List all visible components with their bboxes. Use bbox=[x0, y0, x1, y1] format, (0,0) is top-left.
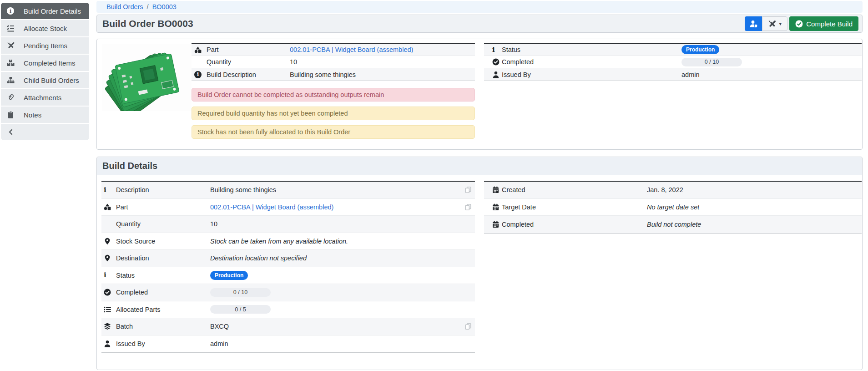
sidebar-collapse-button[interactable] bbox=[1, 124, 89, 140]
table-row-build-description: i Build Description Building some thingi… bbox=[192, 68, 475, 81]
row-value: 10 bbox=[210, 220, 217, 228]
copy-icon[interactable] bbox=[465, 187, 471, 193]
row-label: Allocated Parts bbox=[116, 306, 210, 313]
alert-text: Required build quantity has not yet been… bbox=[197, 110, 348, 117]
table-row-completed: Completed 0 / 10 bbox=[484, 56, 862, 68]
sidebar-item-attachments[interactable]: Attachments bbox=[1, 89, 89, 106]
sidebar-item-label: Build Order Details bbox=[24, 7, 81, 15]
row-label: Stock Source bbox=[116, 238, 210, 245]
sidebar-item-label: Notes bbox=[24, 111, 41, 119]
status-badge: Production bbox=[681, 45, 719, 54]
detail-row-status: i Status Production bbox=[101, 267, 475, 285]
build-actions-dropdown[interactable]: ▾ bbox=[762, 16, 787, 31]
row-label: Completed bbox=[502, 58, 681, 66]
part-image[interactable] bbox=[102, 44, 192, 111]
sidebar-item-label: Attachments bbox=[24, 94, 61, 102]
info-circle-icon: i bbox=[7, 7, 20, 15]
alert-text: Build Order cannot be completed as outst… bbox=[197, 91, 384, 98]
detail-row-issued-by: Issued By admin bbox=[101, 335, 475, 353]
detail-row-target-date: Target Date No target date set bbox=[484, 199, 862, 216]
row-value: BXCQ bbox=[210, 323, 229, 330]
row-value: 10 bbox=[290, 58, 297, 66]
list-icon bbox=[101, 306, 116, 313]
table-row-status: i Status Production bbox=[484, 44, 862, 56]
row-value: Jan. 8, 2022 bbox=[647, 186, 683, 193]
paperclip-icon bbox=[7, 94, 20, 101]
caret-down-icon: ▾ bbox=[779, 20, 782, 27]
overview-status-table: i Status Production Completed 0 / 10 Iss… bbox=[484, 43, 862, 81]
row-label: Status bbox=[116, 272, 210, 279]
main-content: Build Orders / BO0003 Build Order BO0003 bbox=[96, 0, 863, 371]
row-label: Issued By bbox=[502, 71, 681, 78]
sidebar-item-pending-items[interactable]: Pending Items bbox=[1, 37, 89, 54]
layer-group-icon bbox=[101, 323, 116, 330]
info-icon: i bbox=[484, 46, 502, 53]
row-value: Stock can be taken from any available lo… bbox=[210, 238, 348, 245]
info-icon: i bbox=[101, 187, 116, 193]
detail-row-allocated-parts: Allocated Parts 0 / 5 bbox=[101, 301, 475, 319]
detail-row-destination: Destination Destination location not spe… bbox=[101, 250, 475, 267]
issue-responsible-button[interactable] bbox=[745, 16, 762, 31]
calendar-icon bbox=[484, 203, 502, 211]
build-details-left-table: i Description Building some thingies Par… bbox=[101, 181, 475, 353]
copy-icon[interactable] bbox=[465, 323, 471, 330]
detail-row-stock-source: Stock Source Stock can be taken from any… bbox=[101, 233, 475, 250]
sitemap-icon bbox=[7, 76, 20, 84]
row-value: Build not complete bbox=[647, 221, 701, 228]
tools-icon bbox=[768, 20, 776, 28]
sidebar-item-label: Child Build Orders bbox=[24, 76, 79, 84]
user-shield-icon bbox=[749, 20, 758, 28]
completed-progress-bar: 0 / 10 bbox=[210, 288, 271, 297]
row-label: Completed bbox=[502, 221, 647, 228]
row-label: Status bbox=[502, 46, 681, 53]
status-badge: Production bbox=[210, 271, 248, 280]
sidebar-item-build-order-details[interactable]: i Build Order Details bbox=[1, 3, 89, 19]
table-row-issued-by: Issued By admin bbox=[484, 68, 862, 81]
row-value: No target date set bbox=[647, 203, 699, 211]
sidebar: i Build Order Details Allocate Stock Pen… bbox=[1, 3, 89, 140]
row-value: admin bbox=[681, 71, 700, 78]
breadcrumb-separator: / bbox=[147, 3, 149, 10]
row-label: Build Description bbox=[207, 71, 290, 78]
breadcrumb-link-build-orders[interactable]: Build Orders bbox=[106, 3, 143, 10]
detail-row-quantity: Quantity 10 bbox=[101, 216, 475, 233]
breadcrumb: Build Orders / BO0003 bbox=[96, 1, 863, 13]
build-details-right-table: Created Jan. 8, 2022 Target Date No targ… bbox=[484, 181, 862, 234]
detail-row-batch: Batch BXCQ bbox=[101, 318, 475, 335]
row-label: Quantity bbox=[207, 58, 290, 66]
detail-row-created: Created Jan. 8, 2022 bbox=[484, 182, 862, 199]
complete-build-button[interactable]: Complete Build bbox=[789, 16, 858, 31]
part-link[interactable]: 002.01-PCBA | Widget Board (assembled) bbox=[290, 46, 413, 53]
alert-quantity-incomplete: Required build quantity has not yet been… bbox=[192, 107, 475, 120]
detail-row-part: Part 002.01-PCBA | Widget Board (assembl… bbox=[101, 199, 475, 216]
sidebar-item-notes[interactable]: Notes bbox=[1, 107, 89, 123]
sidebar-item-label: Completed Items bbox=[24, 59, 75, 67]
row-label: Created bbox=[502, 186, 647, 193]
part-link[interactable]: 002.01-PCBA | Widget Board (assembled) bbox=[210, 203, 333, 211]
overview-panel: Part 002.01-PCBA | Widget Board (assembl… bbox=[96, 39, 863, 150]
boxes-icon bbox=[7, 59, 20, 66]
detail-row-completed: Completed 0 / 10 bbox=[101, 284, 475, 301]
sidebar-item-child-build-orders[interactable]: Child Build Orders bbox=[1, 72, 89, 88]
row-label: Issued By bbox=[116, 340, 210, 347]
sidebar-item-label: Pending Items bbox=[24, 42, 67, 50]
chevron-left-icon bbox=[8, 128, 14, 136]
sidebar-item-allocate-stock[interactable]: Allocate Stock bbox=[1, 20, 89, 36]
breadcrumb-link-bo0003[interactable]: BO0003 bbox=[152, 3, 177, 10]
build-details-title: Build Details bbox=[102, 161, 157, 171]
shapes-icon bbox=[192, 46, 207, 53]
build-details-header: Build Details bbox=[97, 157, 862, 175]
copy-icon[interactable] bbox=[465, 203, 471, 210]
user-icon bbox=[484, 71, 502, 78]
page-header: Build Order BO0003 ▾ bbox=[96, 15, 863, 33]
sidebar-item-completed-items[interactable]: Completed Items bbox=[1, 55, 89, 71]
build-order-page: i Build Order Details Allocate Stock Pen… bbox=[0, 0, 868, 371]
calendar-icon bbox=[484, 221, 502, 228]
row-label: Part bbox=[116, 203, 210, 211]
row-label: Quantity bbox=[116, 220, 210, 228]
row-label: Destination bbox=[116, 254, 210, 262]
completed-progress-bar: 0 / 10 bbox=[681, 58, 742, 66]
info-circle-icon: i bbox=[192, 71, 207, 78]
complete-build-label: Complete Build bbox=[806, 20, 853, 28]
check-circle-icon bbox=[484, 58, 502, 66]
